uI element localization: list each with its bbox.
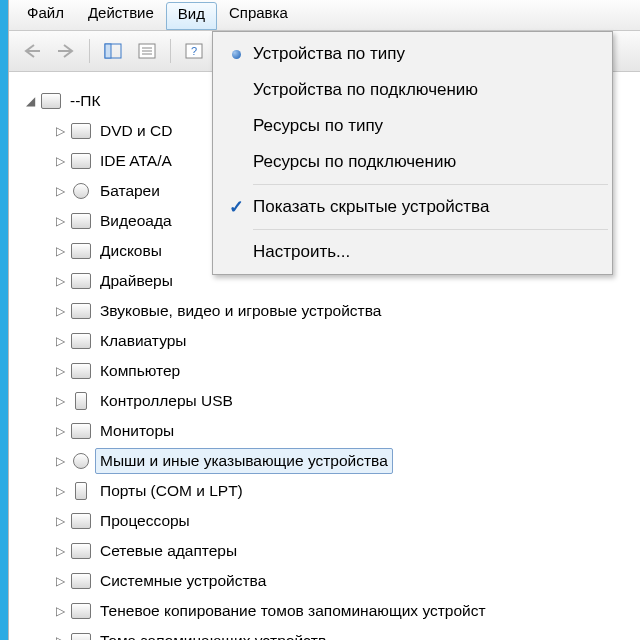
tree-item[interactable]: ▷Контроллеры USB xyxy=(23,386,640,416)
device-category-icon xyxy=(71,541,91,561)
tree-item[interactable]: ▷Клавиатуры xyxy=(23,326,640,356)
menu-item-label: Показать скрытые устройства xyxy=(253,197,489,217)
tree-item-label: Клавиатуры xyxy=(95,328,191,354)
menu-item-label: Устройства по типу xyxy=(253,44,405,64)
tree-root-label: --ПК xyxy=(65,88,106,114)
expand-icon[interactable]: ▷ xyxy=(53,183,67,200)
tree-item-label: Звуковые, видео и игровые устройства xyxy=(95,298,386,324)
tree-item-label: Драйверы xyxy=(95,268,178,294)
device-category-icon xyxy=(71,121,91,141)
device-category-icon xyxy=(71,271,91,291)
menu-show-hidden[interactable]: ✓ Показать скрытые устройства xyxy=(215,189,610,225)
show-hide-tree-button[interactable] xyxy=(98,36,128,66)
tree-item[interactable]: ▷Мониторы xyxy=(23,416,640,446)
expand-icon[interactable]: ▷ xyxy=(53,333,67,350)
menu-action[interactable]: Действие xyxy=(76,0,166,30)
tree-item-label: Теневое копирование томов запоминающих у… xyxy=(95,598,491,624)
toolbar-separator xyxy=(89,39,90,63)
radio-selected-icon xyxy=(219,50,253,59)
device-category-icon xyxy=(71,181,91,201)
view-menu-dropdown: Устройства по типу Устройства по подключ… xyxy=(212,31,613,275)
menu-item-label: Ресурсы по подключению xyxy=(253,152,456,172)
expand-icon[interactable]: ▷ xyxy=(53,123,67,140)
window: Файл Действие Вид Справка ? ◢ --ПК ▷DVD … xyxy=(0,0,640,640)
tree-item[interactable]: ▷Процессоры xyxy=(23,506,640,536)
expand-icon[interactable]: ▷ xyxy=(53,393,67,410)
tree-item[interactable]: ▷Тома запоминающих устройств xyxy=(23,626,640,640)
expand-icon[interactable]: ▷ xyxy=(53,363,67,380)
device-category-icon xyxy=(71,151,91,171)
list-icon xyxy=(138,43,156,59)
tree-item-label: Батареи xyxy=(95,178,165,204)
menu-item-label: Настроить... xyxy=(253,242,350,262)
arrow-right-icon xyxy=(56,43,76,59)
menu-bar: Файл Действие Вид Справка xyxy=(9,0,640,31)
tree-item-label: DVD и CD xyxy=(95,118,177,144)
forward-button[interactable] xyxy=(51,36,81,66)
tree-item-label: Сетевые адаптеры xyxy=(95,538,242,564)
expand-icon[interactable]: ▷ xyxy=(53,633,67,640)
menu-customize[interactable]: Настроить... xyxy=(215,234,610,270)
expand-icon[interactable]: ▷ xyxy=(53,243,67,260)
expand-icon[interactable]: ▷ xyxy=(53,153,67,170)
back-button[interactable] xyxy=(17,36,47,66)
menu-help[interactable]: Справка xyxy=(217,0,300,30)
menu-resources-by-connection[interactable]: Ресурсы по подключению xyxy=(215,144,610,180)
device-category-icon xyxy=(71,331,91,351)
expand-icon[interactable]: ▷ xyxy=(53,303,67,320)
tree-item[interactable]: ▷Звуковые, видео и игровые устройства xyxy=(23,296,640,326)
tree-item-label: Порты (COM и LPT) xyxy=(95,478,248,504)
menu-item-label: Устройства по подключению xyxy=(253,80,478,100)
expand-icon[interactable]: ▷ xyxy=(53,273,67,290)
expand-icon[interactable]: ▷ xyxy=(53,513,67,530)
expand-icon[interactable]: ▷ xyxy=(53,213,67,230)
device-category-icon xyxy=(71,421,91,441)
menu-separator xyxy=(253,184,608,185)
device-category-icon xyxy=(71,511,91,531)
expand-icon[interactable]: ▷ xyxy=(53,543,67,560)
tree-item-label: Мониторы xyxy=(95,418,179,444)
expand-icon[interactable]: ▷ xyxy=(53,423,67,440)
device-category-icon xyxy=(71,301,91,321)
device-category-icon xyxy=(71,211,91,231)
tree-item[interactable]: ▷Порты (COM и LPT) xyxy=(23,476,640,506)
collapse-icon[interactable]: ◢ xyxy=(23,93,37,110)
device-category-icon xyxy=(71,391,91,411)
tree-item-label: IDE ATA/A xyxy=(95,148,177,174)
expand-icon[interactable]: ▷ xyxy=(53,573,67,590)
properties-button[interactable] xyxy=(132,36,162,66)
tree-item-label: Процессоры xyxy=(95,508,195,534)
device-category-icon xyxy=(71,481,91,501)
menu-view[interactable]: Вид xyxy=(166,2,217,30)
expand-icon[interactable]: ▷ xyxy=(53,453,67,470)
device-category-icon xyxy=(71,241,91,261)
device-category-icon xyxy=(71,361,91,381)
expand-icon[interactable]: ▷ xyxy=(53,603,67,620)
tree-item-label: Мыши и иные указывающие устройства xyxy=(95,448,393,474)
menu-item-label: Ресурсы по типу xyxy=(253,116,383,136)
arrow-left-icon xyxy=(22,43,42,59)
check-icon: ✓ xyxy=(219,196,253,218)
tree-item[interactable]: ▷Сетевые адаптеры xyxy=(23,536,640,566)
tree-item-label: Видеоада xyxy=(95,208,177,234)
tree-item[interactable]: ▷Мыши и иные указывающие устройства xyxy=(23,446,640,476)
tree-item[interactable]: ▷Компьютер xyxy=(23,356,640,386)
tree-item-label: Компьютер xyxy=(95,358,185,384)
menu-resources-by-type[interactable]: Ресурсы по типу xyxy=(215,108,610,144)
help-button[interactable]: ? xyxy=(179,36,209,66)
tree-item-label: Контроллеры USB xyxy=(95,388,238,414)
toolbar-separator xyxy=(170,39,171,63)
menu-devices-by-connection[interactable]: Устройства по подключению xyxy=(215,72,610,108)
computer-icon xyxy=(41,91,61,111)
svg-rect-1 xyxy=(105,44,111,58)
tree-item[interactable]: ▷Системные устройства xyxy=(23,566,640,596)
device-category-icon xyxy=(71,631,91,640)
menu-devices-by-type[interactable]: Устройства по типу xyxy=(215,36,610,72)
tree-item-label: Дисковы xyxy=(95,238,167,264)
menu-separator xyxy=(253,229,608,230)
menu-file[interactable]: Файл xyxy=(15,0,76,30)
tree-item[interactable]: ▷Теневое копирование томов запоминающих … xyxy=(23,596,640,626)
expand-icon[interactable]: ▷ xyxy=(53,483,67,500)
help-icon: ? xyxy=(185,43,203,59)
device-category-icon xyxy=(71,451,91,471)
